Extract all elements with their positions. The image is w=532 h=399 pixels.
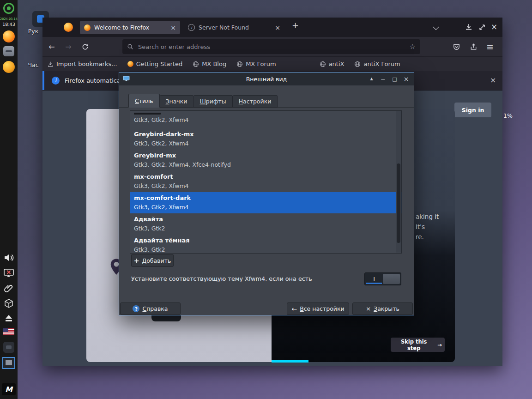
- skip-step-button[interactable]: Skip this step →: [391, 338, 445, 352]
- close-window-icon[interactable]: ×: [403, 76, 409, 82]
- tab-bar: Welcome to Firefox × i Server Not Found …: [42, 18, 502, 37]
- onboarding-text-fragment: aking it It's re.: [416, 212, 439, 242]
- bookmark-star-icon[interactable]: ☆: [410, 42, 416, 51]
- file-manager-icon[interactable]: [3, 46, 14, 56]
- shade-window-icon[interactable]: ▲: [369, 77, 375, 81]
- updater-icon[interactable]: [3, 3, 14, 14]
- back-icon[interactable]: ←: [46, 41, 57, 52]
- clock-time: 18:43: [2, 22, 15, 27]
- forward-icon[interactable]: →: [63, 41, 74, 52]
- minimize-window-icon[interactable]: −: [380, 76, 386, 82]
- close-tab-icon[interactable]: ×: [170, 24, 176, 31]
- info-icon: i: [52, 77, 60, 85]
- menu-hamburger-icon[interactable]: ≡: [484, 41, 496, 52]
- navigation-toolbar: ← → ☆ ≡: [42, 37, 502, 56]
- mx-menu-icon[interactable]: M: [2, 383, 16, 395]
- footer-divider: [119, 299, 414, 299]
- import-icon: [47, 61, 54, 67]
- dismiss-notification-icon[interactable]: ×: [490, 76, 496, 85]
- tab-style[interactable]: Стиль: [128, 94, 160, 108]
- notification-text: Firefox automatica: [65, 77, 121, 84]
- xfwm-switch-label: Установите соответствующую тему Xfwm4, е…: [131, 275, 312, 282]
- arrow-left-icon: ←: [291, 306, 297, 312]
- theme-item-mx-comfort-dark-selected[interactable]: mx-comfort-dark Gtk3, Gtk2, Xfwm4: [130, 192, 401, 213]
- xfwm-theme-switch[interactable]: I: [364, 272, 401, 285]
- bookmarks-toolbar: Import bookmarks... Getting Started MX B…: [42, 56, 502, 71]
- bookmark-antix[interactable]: antiX: [320, 60, 345, 67]
- firefox-icon: [127, 61, 133, 67]
- question-icon: ?: [133, 305, 139, 312]
- arrow-right-icon: →: [437, 342, 442, 348]
- search-icon: [127, 43, 133, 50]
- installer-icon[interactable]: [3, 342, 14, 353]
- close-icon: ×: [366, 306, 371, 312]
- globe-icon: [354, 61, 361, 67]
- clock-date: 2024-03-14: [0, 17, 18, 21]
- scrollbar-thumb[interactable]: [397, 163, 400, 243]
- bookmark-getting-started[interactable]: Getting Started: [127, 60, 183, 67]
- volume-icon[interactable]: [3, 252, 14, 263]
- appearance-app-icon[interactable]: [2, 357, 15, 369]
- dialog-titlebar[interactable]: Внешний вид ▲ − □ ×: [119, 73, 414, 85]
- address-bar[interactable]: ☆: [122, 39, 420, 54]
- eject-icon[interactable]: [3, 313, 14, 324]
- clipped-theme-name: [134, 113, 161, 115]
- theme-list[interactable]: Gtk3, Gtk2, Xfwm4 Greybird-dark-mx Gtk3,…: [130, 110, 402, 254]
- tab-server-not-found[interactable]: i Server Not Found ×: [184, 21, 284, 34]
- bookmark-antix-forum[interactable]: antiX Forum: [354, 60, 400, 67]
- tab-welcome-to-firefox[interactable]: Welcome to Firefox ×: [80, 21, 180, 34]
- tab-fonts[interactable]: Шрифты: [193, 95, 232, 108]
- share-icon[interactable]: [468, 41, 479, 52]
- theme-item-adwaita[interactable]: Адвайта Gtk3, Gtk2: [130, 213, 401, 235]
- paperclip-icon[interactable]: [3, 283, 14, 294]
- dialog-tabs: Стиль Значки Шрифты Настройки: [128, 94, 278, 108]
- bookmark-mx-forum[interactable]: MX Forum: [236, 60, 276, 67]
- help-button[interactable]: ? Справка: [120, 302, 181, 315]
- mx-tools-icon[interactable]: [3, 61, 15, 73]
- close-window-icon[interactable]: ×: [491, 22, 497, 32]
- add-theme-button[interactable]: + Добавить: [131, 254, 174, 267]
- theme-item-greybird-dark-mx[interactable]: Greybird-dark-mx Gtk3, Gtk2, Xfwm4: [130, 128, 401, 150]
- search-input[interactable]: [137, 43, 410, 51]
- pocket-icon[interactable]: [451, 41, 462, 52]
- new-tab-button[interactable]: +: [292, 21, 299, 30]
- appearance-dialog: Внешний вид ▲ − □ × Стиль Значки Шрифты …: [119, 72, 414, 315]
- close-dialog-button[interactable]: × Закрыть: [352, 302, 413, 315]
- theme-item-adwaita-dark[interactable]: Адвайта тёмная Gtk3, Gtk2: [130, 235, 401, 254]
- tab-title: Welcome to Firefox: [94, 24, 149, 31]
- plus-icon: +: [134, 257, 139, 264]
- restore-window-icon[interactable]: [478, 23, 486, 31]
- desktop: 2024-03-14 18:43 M Рук Час 1%: [0, 0, 532, 399]
- globe-icon: [193, 61, 199, 67]
- bookmark-mx-blog[interactable]: MX Blog: [193, 60, 226, 67]
- scrollbar[interactable]: [396, 111, 401, 253]
- tab-settings[interactable]: Настройки: [233, 95, 278, 108]
- switch-accent: [366, 283, 382, 284]
- downloads-icon[interactable]: [465, 23, 473, 31]
- all-settings-button[interactable]: ← Все настройки: [287, 302, 349, 315]
- theme-item-clipped[interactable]: Gtk3, Gtk2, Xfwm4: [130, 111, 401, 128]
- switch-knob[interactable]: [383, 274, 400, 284]
- percentage-osd: 1%: [503, 112, 513, 119]
- firefox-launcher-icon[interactable]: [3, 30, 15, 42]
- list-all-tabs-chevron-icon[interactable]: [433, 24, 439, 30]
- desktop-icon-label[interactable]: Час: [23, 61, 43, 68]
- package-icon[interactable]: [3, 298, 14, 309]
- keyboard-layout-us-flag-icon[interactable]: [3, 328, 14, 335]
- taskbar-panel: 2024-03-14 18:43 M: [0, 0, 18, 399]
- bookmark-import[interactable]: Import bookmarks...: [47, 60, 117, 67]
- maximize-window-icon[interactable]: □: [392, 77, 398, 82]
- theme-item-greybird-mx[interactable]: Greybird-mx Gtk3, Gtk2, Xfwm4, Xfce4-not…: [130, 150, 401, 171]
- firefox-icon[interactable]: [64, 23, 73, 32]
- sign-in-button[interactable]: Sign in: [454, 103, 491, 117]
- notification-accent: [42, 71, 44, 90]
- display-off-icon[interactable]: [3, 267, 14, 278]
- globe-icon: [320, 61, 326, 67]
- desktop-icon-label[interactable]: Рук: [23, 28, 43, 35]
- progress-indicator: [272, 360, 308, 363]
- globe-icon: [236, 61, 243, 67]
- theme-item-mx-comfort[interactable]: mx-comfort Gtk3, Gtk2, Xfwm4: [130, 171, 401, 192]
- close-tab-icon[interactable]: ×: [275, 24, 280, 31]
- reload-icon[interactable]: [79, 41, 91, 52]
- tab-icons[interactable]: Значки: [160, 95, 194, 108]
